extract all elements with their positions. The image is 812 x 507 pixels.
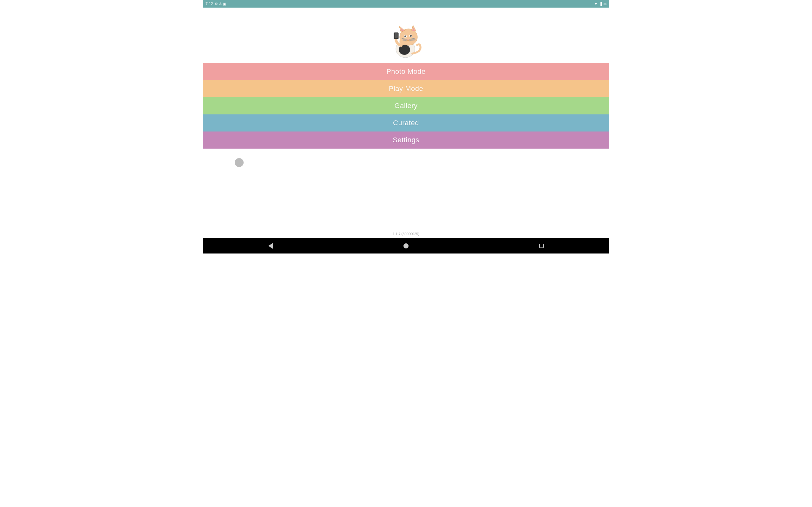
- back-icon: [268, 243, 273, 249]
- play-mode-button[interactable]: Play Mode: [203, 80, 609, 97]
- curated-button[interactable]: Curated: [203, 114, 609, 131]
- back-button[interactable]: [259, 240, 282, 251]
- empty-space: 1.1.7 (80000025): [203, 149, 609, 238]
- status-bar: 7:12 ⚙ A ▣ ▼ ▐ ▭: [203, 0, 609, 8]
- gallery-label: Gallery: [394, 102, 417, 110]
- photo-mode-label: Photo Mode: [386, 67, 426, 76]
- gear-icon: ⚙: [215, 2, 218, 6]
- status-bar-right: ▼ ▐ ▭: [594, 2, 606, 6]
- status-icons: ⚙ A ▣: [215, 2, 226, 6]
- svg-point-20: [400, 38, 403, 42]
- status-bar-left: 7:12 ⚙ A ▣: [206, 2, 226, 6]
- play-mode-label: Play Mode: [389, 84, 423, 93]
- app-screen: 7:12 ⚙ A ▣ ▼ ▐ ▭: [203, 0, 609, 253]
- recents-icon: [539, 244, 544, 248]
- svg-point-8: [404, 36, 406, 38]
- a-icon: A: [219, 2, 221, 6]
- home-button[interactable]: [394, 241, 418, 251]
- photo-mode-button[interactable]: Photo Mode: [203, 63, 609, 80]
- svg-point-10: [410, 35, 412, 37]
- floating-dot[interactable]: [235, 158, 244, 167]
- status-time: 7:12: [206, 2, 213, 6]
- wifi-icon: ▼: [594, 2, 598, 6]
- sim-icon: ▣: [223, 2, 226, 6]
- cat-illustration: [387, 12, 425, 60]
- signal-icon: ▐: [599, 2, 602, 6]
- gallery-button[interactable]: Gallery: [203, 97, 609, 114]
- curated-label: Curated: [393, 119, 419, 127]
- version-text: 1.1.7 (80000025): [393, 232, 419, 236]
- battery-icon: ▭: [603, 2, 606, 6]
- nav-bar: [203, 238, 609, 253]
- settings-button[interactable]: Settings: [203, 131, 609, 149]
- recents-button[interactable]: [530, 241, 553, 250]
- svg-rect-19: [395, 33, 398, 38]
- logo-area: [387, 8, 425, 63]
- menu-buttons: Photo Mode Play Mode Gallery Curated Set…: [203, 63, 609, 149]
- home-icon: [403, 243, 409, 248]
- main-content: Photo Mode Play Mode Gallery Curated Set…: [203, 8, 609, 238]
- settings-label: Settings: [393, 136, 419, 144]
